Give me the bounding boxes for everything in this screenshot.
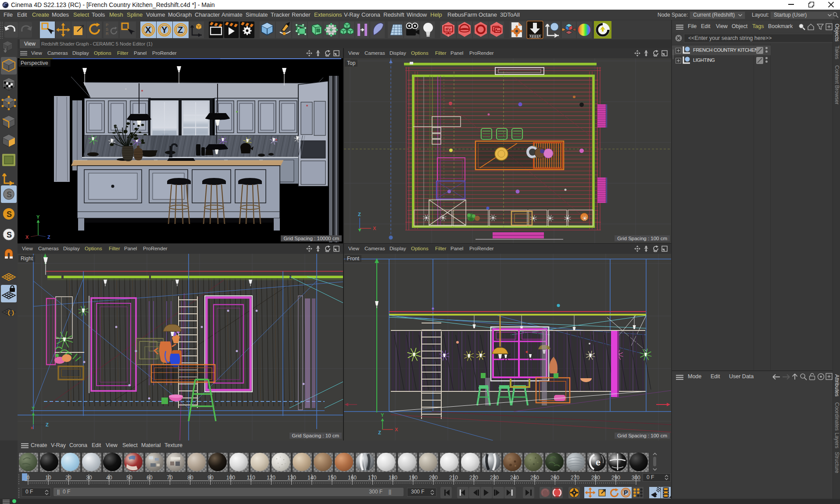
svg-text:Z: Z [178, 25, 183, 35]
svg-text:S: S [7, 190, 12, 199]
svg-text:Z: Z [358, 212, 361, 217]
svg-text:P: P [106, 23, 108, 27]
svg-text:e: e [596, 458, 601, 467]
svg-text:R: R [106, 32, 109, 36]
svg-text:X: X [25, 234, 29, 240]
svg-text:X: X [395, 427, 398, 432]
svg-text:Z: Z [47, 234, 50, 240]
svg-text:X: X [373, 226, 376, 231]
svg-text:Y: Y [32, 406, 35, 411]
svg-text:P: P [624, 489, 628, 496]
svg-text:S: S [7, 231, 12, 239]
svg-text:Z: Z [378, 430, 381, 435]
svg-text:x: x [31, 426, 33, 430]
svg-text:RV: RV [446, 27, 451, 32]
svg-text:Y: Y [381, 412, 384, 418]
svg-text:Z: Z [46, 422, 49, 427]
svg-text:Y: Y [36, 214, 40, 220]
svg-text:Y: Y [161, 25, 168, 35]
svg-text:S: S [106, 27, 108, 32]
svg-text:X: X [145, 25, 151, 35]
svg-text:S: S [7, 210, 12, 219]
